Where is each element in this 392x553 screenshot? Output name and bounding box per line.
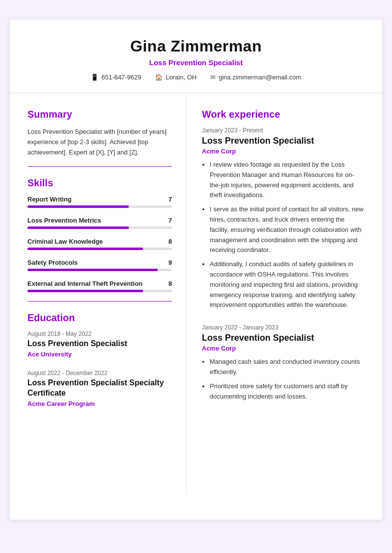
skill-score: 9 <box>169 259 172 266</box>
skill-name: Report Writing <box>27 196 72 203</box>
skill-bar-background <box>27 269 172 271</box>
email-contact: ✉ gina.zimmerman@email.com <box>210 74 301 81</box>
candidate-name: Gina Zimmerman <box>29 37 363 55</box>
work-bullet: Additionally, I conduct audits of safety… <box>210 259 365 310</box>
education-section: Education August 2018 - May 2022 Loss Pr… <box>27 312 172 407</box>
work-experience-title: Work experience <box>202 109 365 120</box>
skill-name: External and Internal Theft Prevention <box>27 280 143 287</box>
edu-degree: Loss Prevention Specialist <box>27 339 172 349</box>
skill-bar-fill <box>27 269 158 271</box>
education-entry: August 2022 - December 2022 Loss Prevent… <box>27 370 172 407</box>
skill-score: 8 <box>169 238 172 245</box>
phone-contact: 📱 651-647-9629 <box>91 74 141 81</box>
edu-dates: August 2022 - December 2022 <box>27 370 172 377</box>
work-title: Loss Prevention Specialist <box>202 333 365 343</box>
work-bullet: Prioritized store safety for customers a… <box>210 381 365 402</box>
right-column: Work experience January 2023 - Present L… <box>186 93 382 495</box>
skill-name: Criminal Law Knowledge <box>27 238 103 245</box>
body-section: Summary Loss Prevention Specialist with … <box>10 93 382 495</box>
skill-bar-background <box>27 248 172 250</box>
work-company: Acme Corp <box>202 345 365 352</box>
skills-divider <box>27 301 172 302</box>
skills-section: Skills Report Writing 7 Loss Prevention … <box>27 177 172 302</box>
skill-name: Loss Prevention Metrics <box>27 217 101 224</box>
summary-divider <box>27 166 172 167</box>
left-column: Summary Loss Prevention Specialist with … <box>10 93 186 495</box>
skill-bar-background <box>27 226 172 229</box>
work-title: Loss Prevention Specialist <box>202 136 365 146</box>
skill-row: External and Internal Theft Prevention 8 <box>27 280 172 292</box>
skill-row: Criminal Law Knowledge 8 <box>27 238 172 250</box>
skill-row: Safety Protocols 9 <box>27 259 172 271</box>
summary-body: Loss Prevention Specialist with [number … <box>27 127 172 157</box>
work-bullets-list: Managed cash sales and conducted invento… <box>202 357 365 402</box>
email-text: gina.zimmerman@email.com <box>219 74 301 81</box>
edu-institution: Acme Career Program <box>27 400 172 407</box>
skill-bar-background <box>27 290 172 292</box>
work-bullet: Managed cash sales and conducted invento… <box>210 357 365 377</box>
work-bullet: I serve as the initial point of contact … <box>210 204 365 255</box>
location-text: Lorain, OH <box>166 74 196 81</box>
work-list: January 2023 - Present Loss Prevention S… <box>202 127 365 402</box>
candidate-title: Loss Prevention Specialist <box>29 58 363 67</box>
work-entry: January 2022 - January 2023 Loss Prevent… <box>202 324 365 402</box>
summary-section: Summary Loss Prevention Specialist with … <box>27 109 172 167</box>
contact-row: 📱 651-647-9629 🏠 Lorain, OH ✉ gina.zimme… <box>29 74 363 81</box>
skill-bar-fill <box>27 248 143 250</box>
summary-title: Summary <box>27 109 172 120</box>
phone-number: 651-647-9629 <box>101 74 141 81</box>
education-list: August 2018 - May 2022 Loss Prevention S… <box>27 330 172 407</box>
skill-bar-fill <box>27 205 129 208</box>
education-title: Education <box>27 312 172 324</box>
edu-dates: August 2018 - May 2022 <box>27 330 172 337</box>
header-section: Gina Zimmerman Loss Prevention Specialis… <box>10 20 382 93</box>
skills-list: Report Writing 7 Loss Prevention Metrics… <box>27 196 172 292</box>
phone-icon: 📱 <box>91 74 98 81</box>
work-bullet: I review video footage as requested by t… <box>210 160 365 201</box>
resume-container: Gina Zimmerman Loss Prevention Specialis… <box>10 20 382 520</box>
location-contact: 🏠 Lorain, OH <box>155 74 196 81</box>
skill-name: Safety Protocols <box>27 259 78 266</box>
email-icon: ✉ <box>210 74 216 81</box>
skill-score: 7 <box>169 217 172 224</box>
skill-row: Report Writing 7 <box>27 196 172 208</box>
edu-degree: Loss Prevention Specialist Specialty Cer… <box>27 378 172 399</box>
work-dates: January 2023 - Present <box>202 127 365 134</box>
skill-score: 8 <box>169 280 172 287</box>
skill-row: Loss Prevention Metrics 7 <box>27 217 172 229</box>
work-dates: January 2022 - January 2023 <box>202 324 365 331</box>
skill-bar-fill <box>27 290 143 292</box>
work-entry: January 2023 - Present Loss Prevention S… <box>202 127 365 310</box>
education-entry: August 2018 - May 2022 Loss Prevention S… <box>27 330 172 358</box>
work-company: Acme Corp <box>202 148 365 155</box>
work-bullets-list: I review video footage as requested by t… <box>202 160 365 310</box>
skill-score: 7 <box>169 196 172 203</box>
location-icon: 🏠 <box>155 74 163 81</box>
edu-institution: Ace University <box>27 351 172 358</box>
skill-bar-background <box>27 205 172 208</box>
skill-bar-fill <box>27 226 129 229</box>
skills-title: Skills <box>27 177 172 189</box>
